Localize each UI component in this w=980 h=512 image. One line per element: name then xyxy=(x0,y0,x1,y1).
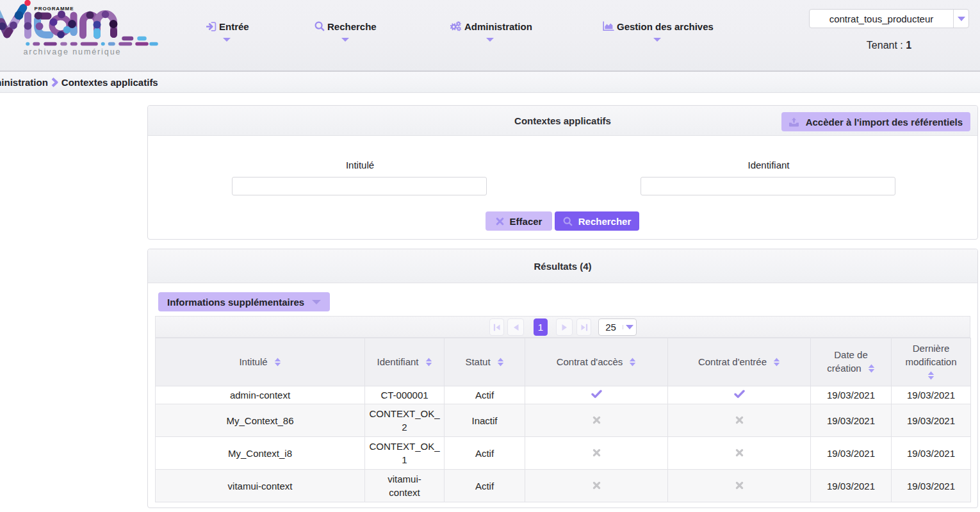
svg-text:PROGRAMME: PROGRAMME xyxy=(35,6,74,12)
svg-text:archivage numérique: archivage numérique xyxy=(24,47,122,56)
